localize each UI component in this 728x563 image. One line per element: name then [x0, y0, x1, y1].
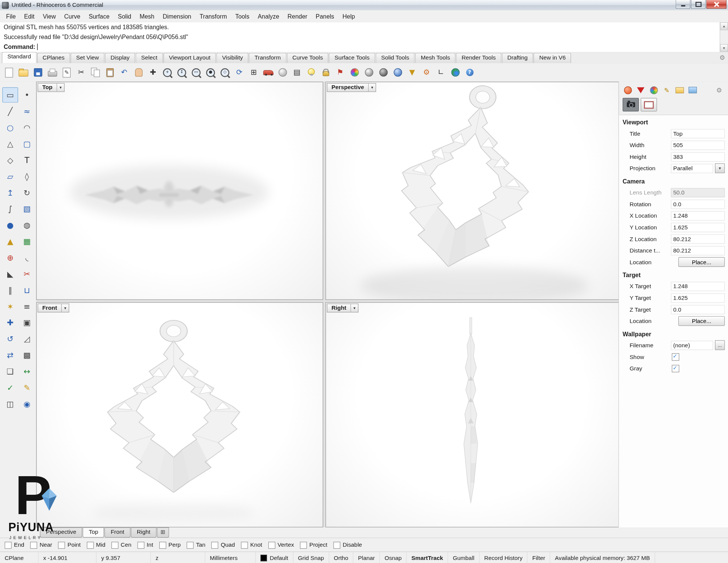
toolbar-tab-curve-tools[interactable]: Curve Tools — [287, 53, 328, 63]
osnap-checkbox[interactable] — [300, 541, 307, 548]
shade-flag-icon[interactable]: ⚑ — [334, 66, 346, 78]
status-millimeters[interactable]: Millimeters — [205, 552, 256, 563]
viewport-layout-icon[interactable]: ⊞ — [248, 66, 260, 78]
curve-tool-icon[interactable]: ≈ — [19, 104, 35, 119]
osnap-point[interactable]: Point — [58, 541, 80, 548]
z-location-field[interactable]: 80.212 — [671, 234, 725, 243]
status-smarttrack[interactable]: SmartTrack — [407, 552, 448, 563]
viewport-frame-button[interactable] — [641, 98, 657, 111]
width-value-field[interactable]: 505 — [671, 140, 725, 149]
named-view-car-icon[interactable] — [262, 66, 275, 78]
wallpaper-gray-checkbox[interactable] — [672, 365, 679, 372]
menu-tools[interactable]: Tools — [231, 11, 253, 22]
x-target-field[interactable]: 1.248 — [671, 282, 725, 291]
target-place-button[interactable]: Place... — [678, 316, 725, 326]
menu-curve[interactable]: Curve — [60, 11, 85, 22]
osnap-end[interactable]: End — [5, 541, 24, 548]
rotation-field[interactable]: 0.0 — [671, 199, 725, 209]
maximize-button[interactable] — [691, 0, 706, 9]
menu-render[interactable]: Render — [283, 11, 311, 22]
toolbar-tab-select[interactable]: Select — [136, 53, 163, 63]
viewport-dropdown-icon[interactable]: ▼ — [369, 83, 376, 92]
undo-icon[interactable]: ↶ — [118, 66, 130, 78]
fillet-tool-icon[interactable]: ◟ — [19, 250, 35, 265]
minimize-button[interactable] — [676, 0, 690, 9]
status-grid-snap[interactable]: Grid Snap — [293, 552, 329, 563]
status-y-9-357[interactable]: y 9.357 — [97, 552, 151, 563]
camera-place-button[interactable]: Place... — [678, 257, 725, 267]
viewport-label-perspective[interactable]: Perspective ▼ — [327, 83, 376, 92]
osnap-checkbox[interactable] — [58, 541, 65, 548]
osnap-vertex[interactable]: Vertex — [268, 541, 294, 548]
menu-help[interactable]: Help — [338, 11, 359, 22]
viewport-right[interactable]: Right ▼ — [325, 302, 619, 527]
cplane-icon[interactable]: ∟ — [435, 66, 447, 78]
block-tool-icon[interactable]: ◫ — [2, 396, 18, 411]
color-wheel-icon[interactable] — [348, 66, 361, 78]
text-tool-icon[interactable]: T — [19, 152, 35, 168]
viewport-label-front[interactable]: Front ▼ — [38, 304, 69, 312]
mirror-tool-icon[interactable]: ⇄ — [2, 347, 18, 362]
zoom-extents-icon[interactable]: ◇ — [219, 66, 231, 78]
print-icon[interactable] — [46, 66, 58, 78]
toolbar-tab-new-in-v6[interactable]: New in V6 — [533, 53, 571, 63]
move-tool-icon[interactable]: ✚ — [2, 315, 18, 330]
pan-view-icon[interactable] — [132, 66, 145, 78]
paste-icon[interactable] — [104, 66, 116, 78]
camera-properties-button[interactable] — [623, 98, 639, 111]
open-file-icon[interactable] — [17, 66, 30, 78]
new-file-icon[interactable] — [3, 66, 15, 78]
layers-tab-icon[interactable] — [635, 85, 646, 95]
toolbar-options-gear-icon[interactable]: ⚙ — [719, 54, 725, 61]
status-gumball[interactable]: Gumball — [448, 552, 480, 563]
loft-tool-icon[interactable]: ◊ — [19, 168, 35, 183]
libraries-tab-icon[interactable] — [675, 85, 685, 95]
status-cplane[interactable]: CPlane — [0, 552, 39, 563]
cylinder-tool-icon[interactable]: ◍ — [19, 217, 35, 232]
notes-tool-icon[interactable]: ✎ — [19, 380, 35, 395]
join-tool-icon[interactable]: ⊔ — [19, 282, 35, 297]
toolbar-tab-transform[interactable]: Transform — [249, 53, 287, 63]
menu-edit[interactable]: Edit — [20, 11, 39, 22]
close-button[interactable] — [706, 0, 726, 9]
osnap-checkbox[interactable] — [30, 541, 37, 548]
mesh-tool-icon[interactable]: ▦ — [19, 234, 35, 249]
zoom-dynamic-icon[interactable]: ↕ — [176, 66, 188, 78]
box-tool-icon[interactable]: ▧ — [19, 201, 35, 216]
rectangle-tool-icon[interactable]: ▢ — [19, 136, 35, 151]
toolbar-tab-drafting[interactable]: Drafting — [502, 53, 533, 63]
options-gear-icon[interactable]: ⚙ — [420, 66, 433, 78]
menu-file[interactable]: File — [2, 11, 20, 22]
filename-browse-button[interactable]: ... — [715, 340, 725, 350]
projection-value-field[interactable]: Parallel — [671, 164, 713, 173]
command-scrollbar[interactable]: ▲ ▼ — [720, 22, 728, 52]
trim-tool-icon[interactable]: ✂ — [19, 266, 35, 281]
arc-tool-icon[interactable]: ◠ — [19, 120, 35, 135]
osnap-near[interactable]: Near — [30, 541, 52, 548]
menu-analyze[interactable]: Analyze — [254, 11, 284, 22]
osnap-checkbox[interactable] — [137, 541, 144, 548]
help-icon[interactable]: ? — [463, 66, 476, 78]
viewport-dropdown-icon[interactable]: ▼ — [57, 83, 65, 92]
scroll-down-icon[interactable]: ▼ — [720, 44, 728, 52]
polyline-tool-icon[interactable]: △ — [2, 136, 18, 151]
cone-tool-icon[interactable]: ▲ — [2, 234, 18, 249]
properties-tab-icon[interactable] — [623, 85, 633, 95]
status-planar[interactable]: Planar — [353, 552, 380, 563]
projection-dropdown-button[interactable]: ▼ — [715, 163, 725, 173]
toolbar-tab-surface-tools[interactable]: Surface Tools — [329, 53, 375, 63]
viewport-tab-right[interactable]: Right — [131, 527, 157, 538]
status-x-14-901[interactable]: x -14.901 — [39, 552, 97, 563]
explode-tool-icon[interactable]: ✶ — [2, 298, 18, 314]
osnap-quad[interactable]: Quad — [212, 541, 235, 548]
viewport-dropdown-icon[interactable]: ▼ — [62, 304, 69, 312]
menu-mesh[interactable]: Mesh — [135, 11, 158, 22]
render-preview-icon[interactable]: ▼ — [406, 66, 418, 78]
distance-field[interactable]: 80.212 — [671, 246, 725, 255]
visibility-tool-icon[interactable]: ◉ — [19, 396, 35, 411]
osnap-checkbox[interactable] — [212, 541, 218, 548]
move-icon[interactable]: ✚ — [147, 66, 159, 78]
save-file-icon[interactable] — [31, 66, 44, 78]
y-location-field[interactable]: 1.625 — [671, 223, 725, 232]
viewport-label-top[interactable]: Top ▼ — [38, 83, 64, 92]
